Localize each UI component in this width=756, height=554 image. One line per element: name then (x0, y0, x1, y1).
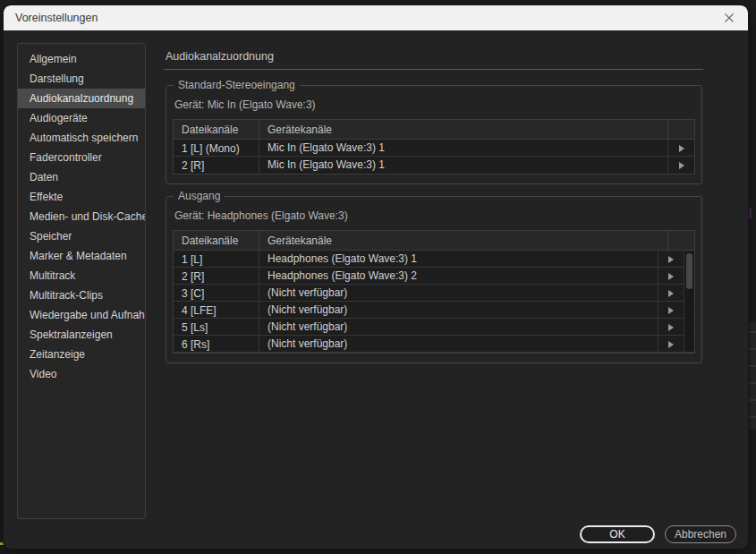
stereo-input-group: Standard-Stereoeingang Gerät: Mic In (El… (166, 85, 702, 184)
dropdown-arrow-icon (668, 307, 674, 314)
table-row: 1 [L] (Mono) Mic In (Elgato Wave:3) 1 (174, 140, 694, 157)
sidebar-item-effekte[interactable]: Effekte (18, 187, 145, 207)
channel-dropdown-button[interactable] (658, 336, 683, 353)
device-channel-cell[interactable]: Mic In (Elgato Wave:3) 1 (259, 140, 667, 157)
table-row: 1 [L] Headphones (Elgato Wave:3) 1 (174, 251, 694, 268)
table-row: 2 [R] Mic In (Elgato Wave:3) 1 (174, 157, 694, 174)
dialog-title: Voreinstellungen (15, 12, 722, 24)
device-channel-cell[interactable]: Headphones (Elgato Wave:3) 2 (259, 268, 658, 285)
empty-column-header (667, 231, 694, 251)
preferences-dialog: Voreinstellungen Allgemein Darstellung A… (4, 5, 748, 549)
file-channel-cell: 2 [R] (174, 270, 259, 283)
channel-dropdown-button[interactable] (658, 251, 683, 268)
dropdown-arrow-icon (679, 162, 684, 169)
background-app-fragment (748, 322, 756, 430)
sidebar-item-audiokanalzuordnung[interactable]: Audiokanalzuordnung (18, 89, 145, 108)
empty-column-header (667, 120, 694, 140)
dropdown-arrow-icon (668, 290, 674, 297)
sidebar-item-multitrack-clips[interactable]: Multitrack-Clips (18, 286, 145, 305)
cancel-button[interactable]: Abbrechen (665, 525, 736, 543)
table-rows: 1 [L] Headphones (Elgato Wave:3) 1 2 [R]… (174, 251, 694, 353)
sidebar-item-multitrack[interactable]: Multitrack (18, 266, 145, 286)
output-group: Ausgang Gerät: Headphones (Elgato Wave:3… (166, 196, 702, 363)
table-row: 4 [LFE] (Nicht verfügbar) (174, 302, 694, 319)
sidebar-item-medien-und-disk-cache[interactable]: Medien- und Disk-Cache (18, 207, 145, 226)
dropdown-arrow-icon (668, 324, 674, 331)
preferences-content-panel: Audiokanalzuordnung Standard-Stereoeinga… (164, 43, 703, 375)
table-row: 6 [Rs] (Nicht verfügbar) (174, 336, 694, 353)
device-channel-cell[interactable]: Headphones (Elgato Wave:3) 1 (259, 251, 658, 268)
device-channel-cell[interactable]: (Nicht verfügbar) (259, 319, 658, 336)
output-group-legend: Ausgang (174, 190, 225, 203)
table-header-row: Dateikanäle Gerätekanäle (174, 231, 694, 251)
table-header-row: Dateikanäle Gerätekanäle (174, 120, 694, 140)
table-row: 3 [C] (Nicht verfügbar) (174, 285, 694, 302)
table-row: 2 [R] Headphones (Elgato Wave:3) 2 (174, 268, 694, 285)
sidebar-item-marker-metadaten[interactable]: Marker & Metadaten (18, 246, 145, 266)
sidebar-item-fadercontroller[interactable]: Fadercontroller (18, 148, 145, 167)
file-channels-column-header: Dateikanäle (174, 124, 259, 136)
sidebar-item-audiogeraete[interactable]: Audiogeräte (18, 108, 145, 128)
dropdown-arrow-icon (668, 273, 674, 280)
page-title: Audiokanalzuordnung (164, 43, 703, 69)
device-channels-column-header: Gerätekanäle (259, 120, 667, 140)
dialog-titlebar[interactable]: Voreinstellungen (4, 5, 748, 30)
sidebar-item-daten[interactable]: Daten (18, 167, 145, 187)
device-channel-cell[interactable]: (Nicht verfügbar) (259, 302, 658, 319)
title-divider (164, 69, 703, 70)
file-channel-cell: 3 [C] (174, 287, 259, 300)
file-channel-cell: 5 [Ls] (174, 321, 259, 334)
dropdown-arrow-icon (679, 145, 684, 152)
file-channel-cell: 1 [L] (Mono) (174, 142, 259, 155)
sidebar-item-wiedergabe-und-aufnahme[interactable]: Wiedergabe und Aufnahme (18, 305, 145, 325)
sidebar-item-allgemein[interactable]: Allgemein (18, 49, 145, 69)
file-channel-cell: 2 [R] (174, 159, 259, 172)
input-channel-map-table: Dateikanäle Gerätekanäle 1 [L] (Mono) Mi… (173, 119, 695, 175)
device-channel-cell[interactable]: Mic In (Elgato Wave:3) 1 (259, 157, 667, 174)
device-channels-column-header: Gerätekanäle (259, 231, 667, 251)
table-row: 5 [Ls] (Nicht verfügbar) (174, 319, 694, 336)
channel-dropdown-button[interactable] (658, 319, 683, 336)
sidebar-item-automatisch-speichern[interactable]: Automatisch speichern (18, 128, 145, 148)
file-channel-cell: 4 [LFE] (174, 304, 259, 317)
close-button[interactable] (722, 11, 736, 25)
sidebar-item-video[interactable]: Video (18, 364, 145, 384)
dropdown-arrow-icon (668, 341, 674, 348)
scrollbar-thumb[interactable] (686, 253, 692, 289)
output-channel-map-table: Dateikanäle Gerätekanäle 1 [L] Headphone… (173, 230, 695, 354)
channel-dropdown-button[interactable] (658, 285, 683, 302)
stereo-input-group-legend: Standard-Stereoeingang (174, 79, 300, 92)
sidebar-item-zeitanzeige[interactable]: Zeitanzeige (18, 345, 145, 364)
file-channels-column-header: Dateikanäle (174, 234, 259, 247)
device-channel-cell[interactable]: (Nicht verfügbar) (259, 336, 658, 353)
preferences-category-list: Allgemein Darstellung Audiokanalzuordnun… (17, 43, 146, 519)
sidebar-item-spektralanzeigen[interactable]: Spektralanzeigen (18, 325, 145, 345)
sidebar-item-darstellung[interactable]: Darstellung (18, 69, 145, 89)
file-channel-cell: 1 [L] (174, 253, 259, 266)
channel-dropdown-button[interactable] (658, 302, 683, 319)
channel-dropdown-button[interactable] (658, 268, 683, 285)
sidebar-item-speicher[interactable]: Speicher (18, 226, 145, 246)
channel-dropdown-button[interactable] (667, 140, 694, 157)
vertical-scrollbar[interactable] (684, 251, 693, 352)
dialog-footer: OK Abbrechen (580, 525, 736, 543)
output-device-label: Gerät: Headphones (Elgato Wave:3) (174, 209, 695, 222)
ok-button[interactable]: OK (580, 525, 655, 543)
file-channel-cell: 6 [Rs] (174, 338, 259, 351)
table-rows: 1 [L] (Mono) Mic In (Elgato Wave:3) 1 2 … (174, 140, 694, 174)
device-channel-cell[interactable]: (Nicht verfügbar) (259, 285, 658, 302)
input-device-label: Gerät: Mic In (Elgato Wave:3) (174, 98, 695, 111)
close-icon (724, 13, 735, 23)
dropdown-arrow-icon (668, 256, 674, 263)
channel-dropdown-button[interactable] (667, 157, 694, 174)
